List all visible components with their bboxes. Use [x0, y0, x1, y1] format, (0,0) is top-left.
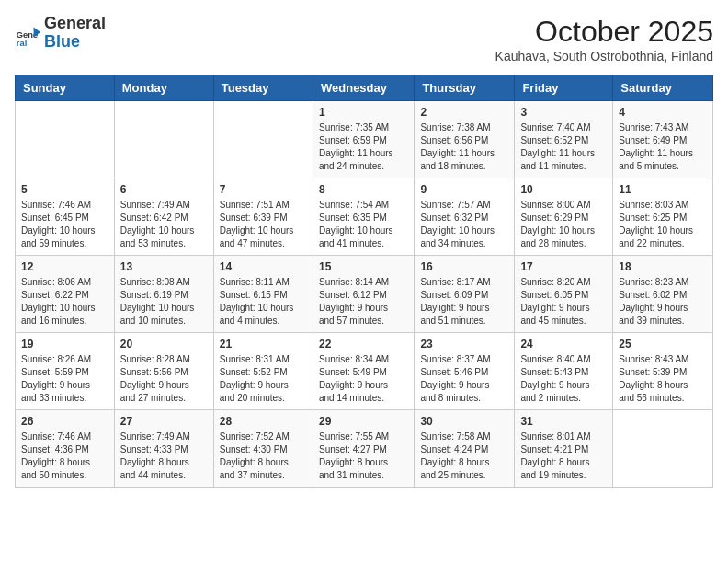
calendar-cell — [213, 101, 313, 178]
calendar-cell: 13Sunrise: 8:08 AM Sunset: 6:19 PM Dayli… — [114, 256, 213, 333]
day-number: 9 — [420, 183, 508, 196]
day-info: Sunrise: 8:26 AM Sunset: 5:59 PM Dayligh… — [21, 353, 108, 405]
calendar-header: SundayMondayTuesdayWednesdayThursdayFrid… — [16, 75, 713, 101]
day-number: 13 — [120, 260, 208, 273]
day-info: Sunrise: 8:06 AM Sunset: 6:22 PM Dayligh… — [21, 276, 108, 327]
day-number: 6 — [120, 183, 208, 196]
day-number: 30 — [420, 415, 508, 428]
day-number: 31 — [520, 415, 607, 428]
day-number: 1 — [319, 106, 408, 119]
week-row-5: 26Sunrise: 7:46 AM Sunset: 4:36 PM Dayli… — [16, 410, 713, 488]
day-info: Sunrise: 8:23 AM Sunset: 6:02 PM Dayligh… — [619, 276, 707, 327]
calendar-cell: 30Sunrise: 7:58 AM Sunset: 4:24 PM Dayli… — [415, 410, 515, 488]
day-info: Sunrise: 7:51 AM Sunset: 6:39 PM Dayligh… — [220, 199, 307, 250]
day-info: Sunrise: 7:58 AM Sunset: 4:24 PM Dayligh… — [420, 431, 508, 482]
calendar-cell: 26Sunrise: 7:46 AM Sunset: 4:36 PM Dayli… — [16, 410, 115, 488]
day-number: 14 — [220, 260, 307, 273]
day-info: Sunrise: 7:46 AM Sunset: 4:36 PM Dayligh… — [21, 431, 108, 482]
logo: Gene ral General Blue — [15, 15, 106, 52]
day-info: Sunrise: 8:17 AM Sunset: 6:09 PM Dayligh… — [420, 276, 508, 327]
day-number: 24 — [520, 338, 607, 350]
svg-text:ral: ral — [17, 39, 27, 46]
day-number: 17 — [520, 260, 607, 273]
weekday-header-friday: Friday — [515, 75, 613, 101]
weekday-header-wednesday: Wednesday — [313, 75, 414, 101]
month-title: October 2025 — [495, 15, 713, 49]
calendar-cell: 2Sunrise: 7:38 AM Sunset: 6:56 PM Daylig… — [415, 101, 515, 178]
calendar-cell: 5Sunrise: 7:46 AM Sunset: 6:45 PM Daylig… — [16, 178, 115, 256]
calendar-cell: 4Sunrise: 7:43 AM Sunset: 6:49 PM Daylig… — [613, 101, 713, 178]
calendar-cell: 28Sunrise: 7:52 AM Sunset: 4:30 PM Dayli… — [213, 410, 313, 488]
day-info: Sunrise: 7:49 AM Sunset: 6:42 PM Dayligh… — [120, 199, 208, 250]
location-title: Kauhava, South Ostrobothnia, Finland — [495, 49, 713, 63]
day-number: 22 — [319, 338, 408, 350]
day-info: Sunrise: 8:00 AM Sunset: 6:29 PM Dayligh… — [520, 199, 607, 250]
calendar-cell: 18Sunrise: 8:23 AM Sunset: 6:02 PM Dayli… — [613, 256, 713, 333]
day-info: Sunrise: 7:38 AM Sunset: 6:56 PM Dayligh… — [420, 121, 508, 173]
calendar-cell — [16, 101, 115, 178]
day-info: Sunrise: 7:46 AM Sunset: 6:45 PM Dayligh… — [21, 199, 108, 250]
page-header: Gene ral General Blue October 2025 Kauha… — [15, 15, 713, 63]
calendar-cell: 21Sunrise: 8:31 AM Sunset: 5:52 PM Dayli… — [213, 333, 313, 410]
calendar-cell: 7Sunrise: 7:51 AM Sunset: 6:39 PM Daylig… — [213, 178, 313, 256]
weekday-header-tuesday: Tuesday — [213, 75, 313, 101]
day-info: Sunrise: 7:52 AM Sunset: 4:30 PM Dayligh… — [220, 431, 307, 482]
logo-icon: Gene ral — [15, 20, 40, 46]
day-number: 12 — [21, 260, 108, 273]
calendar-cell: 11Sunrise: 8:03 AM Sunset: 6:25 PM Dayli… — [613, 178, 713, 256]
day-info: Sunrise: 7:49 AM Sunset: 4:33 PM Dayligh… — [120, 431, 208, 482]
day-number: 3 — [520, 106, 607, 119]
calendar-cell: 16Sunrise: 8:17 AM Sunset: 6:09 PM Dayli… — [415, 256, 515, 333]
day-number: 21 — [220, 338, 307, 350]
week-row-2: 5Sunrise: 7:46 AM Sunset: 6:45 PM Daylig… — [16, 178, 713, 256]
day-info: Sunrise: 7:55 AM Sunset: 4:27 PM Dayligh… — [319, 431, 408, 482]
weekday-row: SundayMondayTuesdayWednesdayThursdayFrid… — [16, 75, 713, 101]
weekday-header-saturday: Saturday — [613, 75, 713, 101]
day-number: 15 — [319, 260, 408, 273]
day-info: Sunrise: 8:08 AM Sunset: 6:19 PM Dayligh… — [120, 276, 208, 327]
calendar-cell: 12Sunrise: 8:06 AM Sunset: 6:22 PM Dayli… — [16, 256, 115, 333]
week-row-3: 12Sunrise: 8:06 AM Sunset: 6:22 PM Dayli… — [16, 256, 713, 333]
day-number: 4 — [619, 106, 707, 119]
day-info: Sunrise: 8:28 AM Sunset: 5:56 PM Dayligh… — [120, 353, 208, 405]
calendar-cell: 24Sunrise: 8:40 AM Sunset: 5:43 PM Dayli… — [515, 333, 613, 410]
day-number: 11 — [619, 183, 707, 196]
day-number: 16 — [420, 260, 508, 273]
day-number: 2 — [420, 106, 508, 119]
calendar-cell: 25Sunrise: 8:43 AM Sunset: 5:39 PM Dayli… — [613, 333, 713, 410]
day-number: 5 — [21, 183, 108, 196]
day-info: Sunrise: 8:03 AM Sunset: 6:25 PM Dayligh… — [619, 199, 707, 250]
day-info: Sunrise: 7:35 AM Sunset: 6:59 PM Dayligh… — [319, 121, 408, 173]
calendar-cell: 10Sunrise: 8:00 AM Sunset: 6:29 PM Dayli… — [515, 178, 613, 256]
day-info: Sunrise: 8:37 AM Sunset: 5:46 PM Dayligh… — [420, 353, 508, 405]
calendar-cell: 19Sunrise: 8:26 AM Sunset: 5:59 PM Dayli… — [16, 333, 115, 410]
day-number: 19 — [21, 338, 108, 350]
day-number: 28 — [220, 415, 307, 428]
day-number: 7 — [220, 183, 307, 196]
calendar-table: SundayMondayTuesdayWednesdayThursdayFrid… — [15, 75, 713, 488]
day-number: 29 — [319, 415, 408, 428]
calendar-cell: 27Sunrise: 7:49 AM Sunset: 4:33 PM Dayli… — [114, 410, 213, 488]
day-info: Sunrise: 8:01 AM Sunset: 4:21 PM Dayligh… — [520, 431, 607, 482]
day-number: 23 — [420, 338, 508, 350]
calendar-cell: 14Sunrise: 8:11 AM Sunset: 6:15 PM Dayli… — [213, 256, 313, 333]
day-info: Sunrise: 8:31 AM Sunset: 5:52 PM Dayligh… — [220, 353, 307, 405]
day-number: 10 — [520, 183, 607, 196]
logo-text-general: General — [44, 14, 106, 32]
calendar-cell — [114, 101, 213, 178]
day-number: 8 — [319, 183, 408, 196]
calendar-cell: 31Sunrise: 8:01 AM Sunset: 4:21 PM Dayli… — [515, 410, 613, 488]
calendar-cell: 20Sunrise: 8:28 AM Sunset: 5:56 PM Dayli… — [114, 333, 213, 410]
day-number: 26 — [21, 415, 108, 428]
calendar-cell: 1Sunrise: 7:35 AM Sunset: 6:59 PM Daylig… — [313, 101, 414, 178]
calendar-cell: 22Sunrise: 8:34 AM Sunset: 5:49 PM Dayli… — [313, 333, 414, 410]
day-info: Sunrise: 8:14 AM Sunset: 6:12 PM Dayligh… — [319, 276, 408, 327]
day-number: 18 — [619, 260, 707, 273]
weekday-header-thursday: Thursday — [415, 75, 515, 101]
week-row-1: 1Sunrise: 7:35 AM Sunset: 6:59 PM Daylig… — [16, 101, 713, 178]
weekday-header-sunday: Sunday — [16, 75, 115, 101]
calendar-cell: 15Sunrise: 8:14 AM Sunset: 6:12 PM Dayli… — [313, 256, 414, 333]
day-info: Sunrise: 8:40 AM Sunset: 5:43 PM Dayligh… — [520, 353, 607, 405]
calendar-cell — [613, 410, 713, 488]
day-number: 27 — [120, 415, 208, 428]
